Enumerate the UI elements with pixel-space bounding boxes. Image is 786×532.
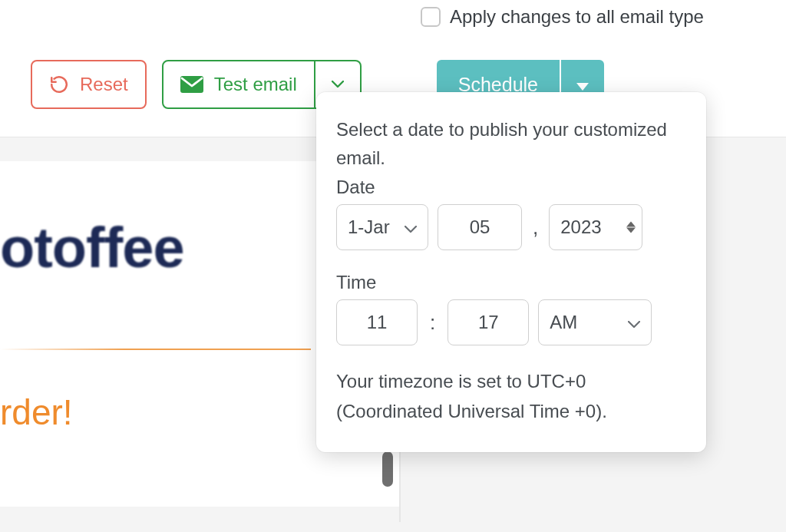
popover-prompt: Select a date to publish your customized… xyxy=(336,115,686,172)
schedule-popover: Select a date to publish your customized… xyxy=(316,92,706,452)
ampm-select[interactable]: AM xyxy=(538,299,652,345)
preview-scroll-thumb[interactable] xyxy=(382,451,393,487)
mail-icon xyxy=(180,76,203,93)
year-input[interactable]: 2023 xyxy=(549,204,642,250)
day-input[interactable]: 05 xyxy=(438,204,522,250)
apply-all-row: Apply changes to all email type xyxy=(421,6,704,28)
month-value: 1-Jar xyxy=(348,216,390,238)
ampm-value: AM xyxy=(550,312,577,333)
hour-value: 11 xyxy=(367,312,388,333)
svg-marker-1 xyxy=(576,83,589,91)
reset-icon xyxy=(49,74,69,94)
spinner-down-icon xyxy=(626,228,636,233)
headline-text: rder! xyxy=(0,392,73,433)
date-section-label: Date xyxy=(336,177,686,198)
brand-logo-text: otoffee xyxy=(0,215,184,280)
svg-rect-0 xyxy=(180,76,203,93)
minute-value: 17 xyxy=(478,312,499,333)
minute-input[interactable]: 17 xyxy=(447,299,529,345)
reset-button-label: Reset xyxy=(80,74,128,95)
date-row: 1-Jar 05 , 2023 xyxy=(336,204,686,250)
spinner-up-icon xyxy=(626,222,636,227)
colon-separator: : xyxy=(427,311,438,335)
chevron-down-icon xyxy=(405,216,417,238)
month-select[interactable]: 1-Jar xyxy=(336,204,428,250)
test-email-button-label: Test email xyxy=(214,74,297,95)
test-email-button[interactable]: Test email xyxy=(162,60,315,109)
apply-all-label: Apply changes to all email type xyxy=(450,6,704,28)
apply-all-checkbox[interactable] xyxy=(421,7,441,27)
time-section-label: Time xyxy=(336,272,686,293)
year-value: 2023 xyxy=(560,216,601,238)
divider-line xyxy=(0,349,311,350)
day-value: 05 xyxy=(470,216,490,238)
hour-input[interactable]: 11 xyxy=(336,299,418,345)
timezone-note: Your timezone is set to UTC+0 (Coordinat… xyxy=(336,367,686,426)
year-spinner[interactable] xyxy=(626,222,636,233)
reset-button[interactable]: Reset xyxy=(31,60,147,109)
chevron-down-icon xyxy=(332,78,344,91)
chevron-down-icon xyxy=(628,312,640,333)
time-row: 11 : 17 AM xyxy=(336,299,686,345)
comma-separator: , xyxy=(531,216,540,240)
